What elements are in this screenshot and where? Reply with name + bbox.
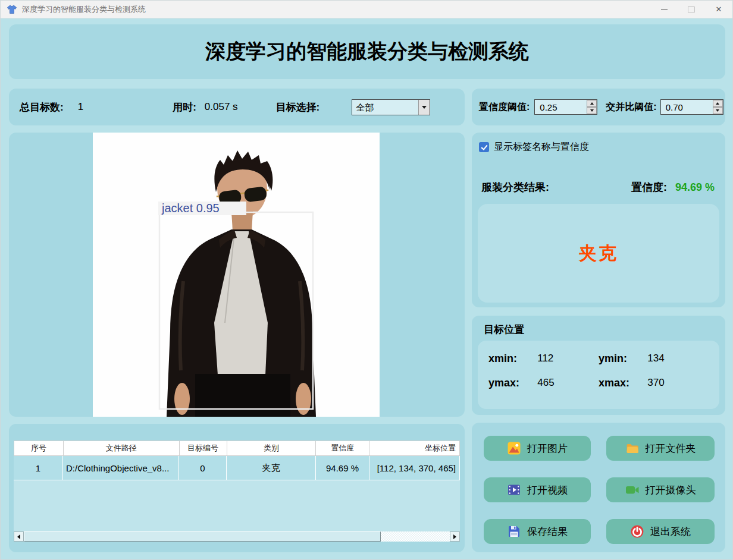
person-pants bbox=[195, 374, 290, 417]
class-result-value: 夹克 bbox=[579, 241, 618, 266]
iou-threshold-value: 0.70 bbox=[661, 100, 713, 114]
confidence-label: 置信度: bbox=[631, 180, 667, 194]
open-folder-button[interactable]: 打开文件夹 bbox=[606, 436, 715, 461]
window-controls: ✕ bbox=[650, 1, 732, 18]
cell-target-id: 0 bbox=[179, 456, 227, 480]
target-position-title: 目标位置 bbox=[484, 323, 524, 336]
confidence-threshold-label: 置信度阈值: bbox=[479, 101, 530, 114]
close-button[interactable]: ✕ bbox=[705, 1, 732, 18]
window-title: 深度学习的智能服装分类与检测系统 bbox=[22, 4, 146, 15]
horizontal-scrollbar[interactable] bbox=[14, 531, 460, 542]
target-select-label: 目标选择: bbox=[276, 100, 320, 114]
cell-file-path: D:/ClothingObjective_v8... bbox=[63, 456, 179, 480]
classification-row: 服装分类结果: 置信度: 94.69 % bbox=[481, 180, 715, 194]
cell-index: 1 bbox=[14, 456, 63, 480]
close-icon: ✕ bbox=[716, 5, 722, 13]
open-camera-button[interactable]: 打开摄像头 bbox=[606, 477, 715, 502]
xmax-label: xmax: bbox=[599, 377, 647, 389]
open-video-button[interactable]: 打开视频 bbox=[484, 477, 591, 502]
maximize-button[interactable] bbox=[678, 1, 705, 18]
column-header: 目标编号 bbox=[180, 441, 227, 456]
titlebar: 深度学习的智能服装分类与检测系统 ✕ bbox=[1, 1, 732, 18]
button-label: 打开图片 bbox=[527, 442, 568, 455]
ymin-label: ymin: bbox=[599, 353, 647, 365]
spin-down-button[interactable] bbox=[713, 107, 723, 114]
open-video-icon bbox=[507, 483, 521, 497]
thresholds-panel: 置信度阈值: 0.25 交并比阈值: 0.70 bbox=[472, 89, 725, 125]
xmin-value: 112 bbox=[537, 353, 599, 365]
maximize-icon bbox=[688, 6, 695, 13]
minimize-icon bbox=[661, 9, 668, 10]
header-panel: 深度学习的智能服装分类与检测系统 bbox=[9, 24, 725, 79]
arrow-down-icon bbox=[590, 109, 594, 112]
page-title: 深度学习的智能服装分类与检测系统 bbox=[205, 38, 529, 65]
actions-panel: 打开图片 打开文件夹 打开视频 打开摄像头 bbox=[472, 423, 725, 552]
button-label: 打开视频 bbox=[527, 483, 568, 497]
minimize-button[interactable] bbox=[650, 1, 678, 18]
table-header-row: 序号 文件路径 目标编号 类别 置信度 坐标位置 bbox=[14, 441, 460, 456]
ymax-value: 465 bbox=[537, 377, 599, 389]
show-labels-checkbox-row[interactable]: 显示标签名称与置信度 bbox=[479, 141, 589, 153]
detections-table: 序号 文件路径 目标编号 类别 置信度 坐标位置 1 D:/ClothingOb… bbox=[14, 441, 460, 542]
open-camera-icon bbox=[625, 483, 640, 497]
app-tshirt-icon bbox=[7, 4, 17, 15]
power-icon bbox=[630, 524, 644, 539]
image-panel: jacket 0.95 bbox=[9, 133, 465, 417]
button-label: 保存结果 bbox=[527, 525, 568, 539]
confidence-value: 94.69 % bbox=[675, 181, 715, 194]
detection-label: jacket 0.95 bbox=[161, 202, 220, 215]
column-header: 置信度 bbox=[316, 441, 369, 456]
target-select-dropdown[interactable]: 全部 bbox=[352, 99, 430, 115]
ymax-label: ymax: bbox=[488, 377, 537, 389]
elapsed-time-label: 用时: bbox=[173, 100, 196, 114]
scrollbar-thumb[interactable] bbox=[24, 531, 381, 542]
exit-system-button[interactable]: 退出系统 bbox=[606, 519, 715, 544]
iou-threshold-spinner[interactable]: 0.70 bbox=[660, 99, 723, 115]
check-icon bbox=[481, 143, 487, 150]
detections-table-panel: 序号 文件路径 目标编号 类别 置信度 坐标位置 1 D:/ClothingOb… bbox=[9, 424, 465, 552]
elapsed-time-value: 0.057 s bbox=[205, 101, 238, 113]
confidence-threshold-value: 0.25 bbox=[535, 100, 587, 114]
spin-up-button[interactable] bbox=[587, 100, 597, 107]
table-empty-area bbox=[14, 480, 460, 531]
target-position-box: xmin: 112 ymin: 134 ymax: 465 xmax: 370 bbox=[478, 341, 719, 409]
arrow-down-icon bbox=[716, 109, 719, 112]
confidence-threshold-spinner[interactable]: 0.25 bbox=[534, 99, 597, 115]
show-labels-label: 显示标签名称与置信度 bbox=[494, 141, 589, 153]
open-image-button[interactable]: 打开图片 bbox=[484, 436, 591, 461]
open-image-icon bbox=[507, 441, 521, 455]
cell-coordinates: [112, 134, 370, 465] bbox=[369, 456, 460, 480]
total-targets-label: 总目标数: bbox=[20, 100, 64, 114]
save-icon bbox=[507, 524, 521, 539]
arrow-right-icon bbox=[453, 534, 456, 539]
open-folder-icon bbox=[625, 441, 640, 455]
show-labels-checkbox[interactable] bbox=[479, 142, 489, 152]
spin-down-button[interactable] bbox=[587, 107, 597, 114]
detection-photo: jacket 0.95 bbox=[93, 133, 380, 417]
button-label: 退出系统 bbox=[650, 525, 691, 539]
column-header: 坐标位置 bbox=[369, 441, 460, 456]
spin-up-button[interactable] bbox=[713, 100, 723, 107]
arrow-up-icon bbox=[590, 102, 594, 105]
scrollbar-track[interactable] bbox=[381, 531, 450, 542]
arrow-up-icon bbox=[716, 102, 719, 105]
column-header: 序号 bbox=[14, 441, 64, 456]
ymin-value: 134 bbox=[647, 353, 709, 365]
button-label: 打开摄像头 bbox=[646, 483, 696, 497]
target-select-value: 全部 bbox=[352, 100, 418, 115]
button-label: 打开文件夹 bbox=[646, 442, 696, 455]
dropdown-arrow-button[interactable] bbox=[418, 100, 430, 115]
save-results-button[interactable]: 保存结果 bbox=[484, 519, 591, 544]
xmin-label: xmin: bbox=[488, 353, 537, 365]
stats-panel: 总目标数: 1 用时: 0.057 s 目标选择: 全部 bbox=[9, 89, 465, 125]
total-targets-value: 1 bbox=[78, 101, 83, 113]
target-position-panel: 目标位置 xmin: 112 ymin: 134 ymax: 465 xmax:… bbox=[472, 316, 725, 415]
table-row[interactable]: 1 D:/ClothingObjective_v8... 0 夹克 94.69 … bbox=[14, 456, 460, 480]
scroll-left-button[interactable] bbox=[14, 531, 24, 542]
cell-confidence: 94.69 % bbox=[316, 456, 369, 480]
scroll-right-button[interactable] bbox=[450, 531, 460, 542]
arrow-left-icon bbox=[17, 534, 20, 539]
column-header: 类别 bbox=[227, 441, 317, 456]
iou-threshold-label: 交并比阈值: bbox=[606, 101, 656, 114]
chevron-down-icon bbox=[422, 106, 427, 109]
